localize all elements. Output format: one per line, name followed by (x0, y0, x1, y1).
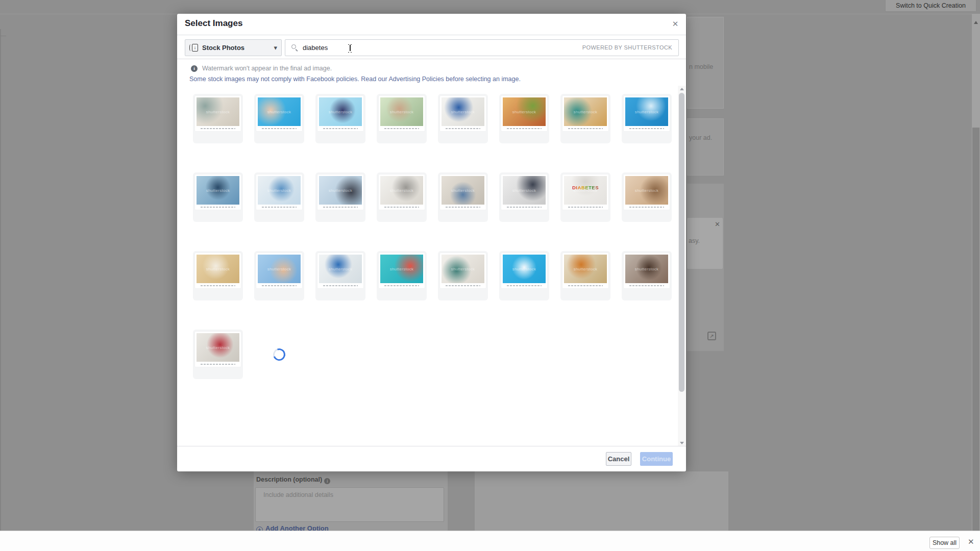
download-bar-close-icon[interactable]: ✕ (968, 537, 974, 546)
your-ad-text-fragment: your ad. (689, 134, 712, 141)
thumbnail-caption (319, 205, 362, 210)
policy-notice-link[interactable]: Some stock images may not comply with Fa… (189, 76, 521, 83)
stock-photo-thumbnail[interactable]: shutterstock (193, 94, 243, 143)
results-scroll-area: shutterstockshutterstockshutterstockshut… (177, 86, 686, 446)
stock-photo-thumbnail[interactable]: shutterstock (499, 251, 549, 300)
text-cursor-icon (348, 44, 352, 52)
show-all-button[interactable]: Show all (929, 537, 960, 549)
mobile-text-fragment: n mobile (689, 63, 713, 70)
thumbnail-image: shutterstock (258, 176, 301, 205)
shutterstock-watermark: shutterstock (564, 110, 607, 114)
watermark-notice: i Watermark won't appear in the final ad… (191, 65, 332, 72)
dialog-close-icon[interactable]: ✕ (670, 18, 681, 30)
stock-photo-thumbnail[interactable]: shutterstock (622, 251, 672, 300)
shutterstock-watermark: shutterstock (319, 267, 362, 271)
left-panel-divider (0, 36, 6, 36)
thumbnail-caption (380, 283, 423, 288)
search-icon (291, 44, 298, 51)
shutterstock-watermark: shutterstock (319, 110, 362, 114)
external-link-icon[interactable]: ↗ (707, 332, 716, 340)
background-card-mobile: n mobile (687, 17, 724, 109)
dialog-footer: Cancel Continue (177, 446, 686, 471)
thumbnail-caption (197, 283, 239, 288)
spinner-icon (271, 346, 287, 363)
stock-photo-thumbnail[interactable]: shutterstock (193, 251, 243, 300)
shutterstock-watermark: shutterstock (380, 188, 423, 193)
stock-photo-thumbnail[interactable]: shutterstock (438, 94, 488, 143)
stock-photo-thumbnail[interactable]: shutterstock (377, 94, 427, 143)
shutterstock-watermark: shutterstock (197, 110, 239, 114)
stock-photo-thumbnail[interactable]: shutterstockDIABETES (560, 172, 610, 222)
image-source-selected: Stock Photos (202, 44, 274, 52)
scrollbar-down-arrow-icon[interactable] (680, 442, 684, 444)
search-value: diabetes (303, 44, 328, 52)
stock-photo-thumbnail[interactable]: shutterstock (254, 251, 304, 300)
page-scrollbar-thumb[interactable] (972, 128, 979, 531)
shutterstock-watermark: shutterstock (625, 267, 668, 271)
shutterstock-watermark: shutterstock (197, 188, 239, 193)
stock-photo-thumbnail[interactable]: shutterstock (254, 94, 304, 143)
shutterstock-watermark: shutterstock (625, 188, 668, 193)
dialog-scrollbar-thumb[interactable] (679, 93, 684, 392)
thumbnail-caption (442, 126, 484, 131)
stock-photo-thumbnail[interactable]: shutterstock (315, 172, 365, 222)
stock-photo-thumbnail[interactable]: shutterstock (193, 330, 243, 379)
thumbnail-caption (380, 205, 423, 210)
easy-text-fragment: asy. (689, 237, 700, 244)
stock-photo-thumbnail[interactable]: shutterstock (438, 172, 488, 222)
shutterstock-watermark: shutterstock (625, 110, 668, 114)
thumbnail-image: shutterstock (564, 255, 607, 283)
thumbnail-image: shutterstock (319, 255, 362, 283)
shutterstock-watermark: shutterstock (442, 188, 484, 193)
description-placeholder: Include additional details (263, 491, 333, 498)
scrollbar-up-arrow-icon[interactable] (680, 88, 684, 90)
stock-photo-thumbnail[interactable]: shutterstock (622, 172, 672, 222)
browser-download-bar: Show all ✕ (0, 531, 980, 551)
thumbnail-image: shutterstock (380, 97, 423, 126)
shutterstock-watermark: shutterstock (564, 267, 607, 271)
shutterstock-watermark: shutterstock (503, 110, 546, 114)
thumbnail-image: shutterstock (197, 97, 239, 126)
thumbnail-caption (442, 283, 484, 288)
background-card-ad: your ad. (687, 118, 724, 176)
dialog-scrollbar[interactable] (678, 86, 685, 446)
thumbnail-image: shutterstock (503, 176, 546, 205)
stock-photo-thumbnail[interactable]: shutterstock (499, 94, 549, 143)
stock-photo-thumbnail[interactable]: shutterstock (438, 251, 488, 300)
stock-photo-search-input[interactable]: diabetes POWERED BY SHUTTERSTOCK (285, 39, 679, 56)
thumbnail-image: shutterstock (503, 255, 546, 283)
stock-photo-thumbnail[interactable]: shutterstock (254, 172, 304, 222)
stock-photo-thumbnail[interactable]: shutterstock (377, 251, 427, 300)
thumbnail-caption (197, 205, 239, 210)
switch-to-quick-creation-button[interactable]: Switch to Quick Creation (885, 0, 976, 12)
dialog-toolbar: ↓ Stock Photos ▾ diabetes POWERED BY SHU… (185, 39, 679, 56)
dialog-title: Select Images (185, 18, 242, 29)
shutterstock-watermark: shutterstock (380, 110, 423, 114)
stock-photo-thumbnail[interactable]: shutterstock (377, 172, 427, 222)
image-source-dropdown[interactable]: ↓ Stock Photos ▾ (185, 39, 282, 56)
tooltip-close-icon[interactable]: ✕ (715, 220, 720, 228)
thumbnail-caption (503, 283, 546, 288)
thumbnail-image: shutterstock (625, 255, 668, 283)
cancel-button[interactable]: Cancel (606, 452, 631, 466)
thumbnail-caption (503, 205, 546, 210)
stock-photo-thumbnail[interactable]: shutterstock (560, 251, 610, 300)
stock-photo-thumbnail[interactable]: shutterstock (622, 94, 672, 143)
stock-photo-thumbnail[interactable]: shutterstock (315, 94, 365, 143)
shutterstock-watermark: shutterstock (319, 188, 362, 193)
stock-photo-thumbnail[interactable]: shutterstock (560, 94, 610, 143)
scrollbar-up-arrow-icon[interactable] (974, 21, 978, 24)
stock-photo-thumbnail[interactable]: shutterstock (315, 251, 365, 300)
shutterstock-watermark: shutterstock (197, 345, 239, 350)
thumbnail-image: shutterstock (197, 255, 239, 283)
continue-button-disabled[interactable]: Continue (640, 452, 673, 466)
thumbnail-caption (197, 126, 239, 131)
thumbnail-image: shutterstock (625, 176, 668, 205)
thumbnail-caption (380, 126, 423, 131)
left-panel-edge (0, 29, 1, 531)
stock-photo-thumbnail[interactable]: shutterstock (499, 172, 549, 222)
select-images-dialog: Select Images ✕ ↓ Stock Photos ▾ diabete… (177, 14, 686, 471)
stock-photo-thumbnail[interactable]: shutterstock (193, 172, 243, 222)
page-scrollbar[interactable] (972, 14, 980, 531)
shutterstock-watermark: shutterstock (442, 267, 484, 271)
